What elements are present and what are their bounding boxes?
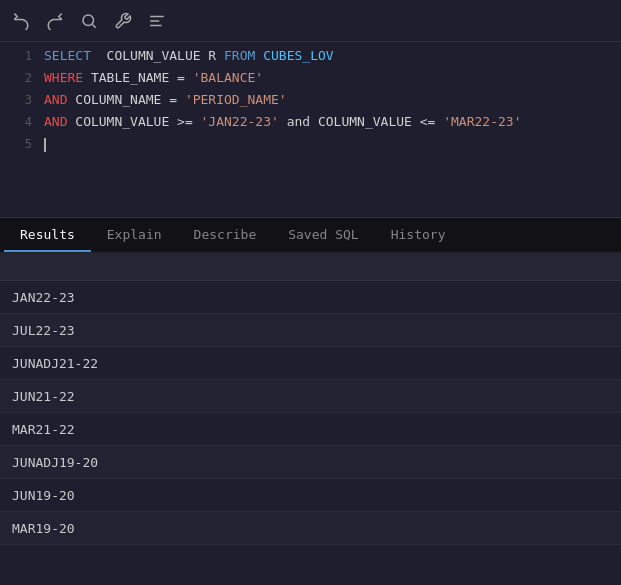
table-row[interactable]: JUNADJ21-22	[0, 347, 621, 380]
sql-editor[interactable]: 1SELECT COLUMN_VALUE R FROM CUBES_LOV2WH…	[0, 42, 621, 217]
table-row[interactable]: JUNADJ19-20	[0, 446, 621, 479]
search-icon[interactable]	[80, 12, 98, 30]
tab-results[interactable]: Results	[4, 218, 91, 252]
tab-history[interactable]: History	[375, 218, 462, 252]
line-number: 4	[8, 115, 32, 129]
editor-line-4: 4AND COLUMN_VALUE >= 'JAN22-23' and COLU…	[0, 114, 621, 136]
table-row[interactable]: JUN21-22	[0, 380, 621, 413]
editor-line-5: 5	[0, 136, 621, 158]
line-content: SELECT COLUMN_VALUE R FROM CUBES_LOV	[44, 48, 334, 63]
results-area: JAN22-23JUL22-23JUNADJ21-22JUN21-22MAR21…	[0, 253, 621, 585]
svg-line-1	[92, 24, 95, 27]
undo-icon[interactable]	[12, 12, 30, 30]
line-content	[44, 136, 46, 152]
table-row[interactable]: JAN22-23	[0, 281, 621, 314]
table-row[interactable]: MAR19-20	[0, 512, 621, 545]
line-number: 3	[8, 93, 32, 107]
wrench-icon[interactable]	[114, 12, 132, 30]
format-icon[interactable]	[148, 12, 166, 30]
tab-describe[interactable]: Describe	[178, 218, 273, 252]
table-row[interactable]: MAR21-22	[0, 413, 621, 446]
editor-line-3: 3AND COLUMN_NAME = 'PERIOD_NAME'	[0, 92, 621, 114]
results-header	[0, 253, 621, 281]
line-content: AND COLUMN_NAME = 'PERIOD_NAME'	[44, 92, 287, 107]
table-row[interactable]: JUN19-20	[0, 479, 621, 512]
tab-explain[interactable]: Explain	[91, 218, 178, 252]
toolbar	[0, 0, 621, 42]
line-number: 1	[8, 49, 32, 63]
svg-point-0	[83, 15, 94, 26]
line-content: WHERE TABLE_NAME = 'BALANCE'	[44, 70, 263, 85]
line-number: 5	[8, 137, 32, 151]
redo-icon[interactable]	[46, 12, 64, 30]
line-number: 2	[8, 71, 32, 85]
text-cursor	[44, 138, 46, 152]
editor-line-1: 1SELECT COLUMN_VALUE R FROM CUBES_LOV	[0, 48, 621, 70]
tab-bar: ResultsExplainDescribeSaved SQLHistory	[0, 217, 621, 253]
editor-line-2: 2WHERE TABLE_NAME = 'BALANCE'	[0, 70, 621, 92]
table-row[interactable]: JUL22-23	[0, 314, 621, 347]
tab-saved-sql[interactable]: Saved SQL	[272, 218, 374, 252]
line-content: AND COLUMN_VALUE >= 'JAN22-23' and COLUM…	[44, 114, 521, 129]
